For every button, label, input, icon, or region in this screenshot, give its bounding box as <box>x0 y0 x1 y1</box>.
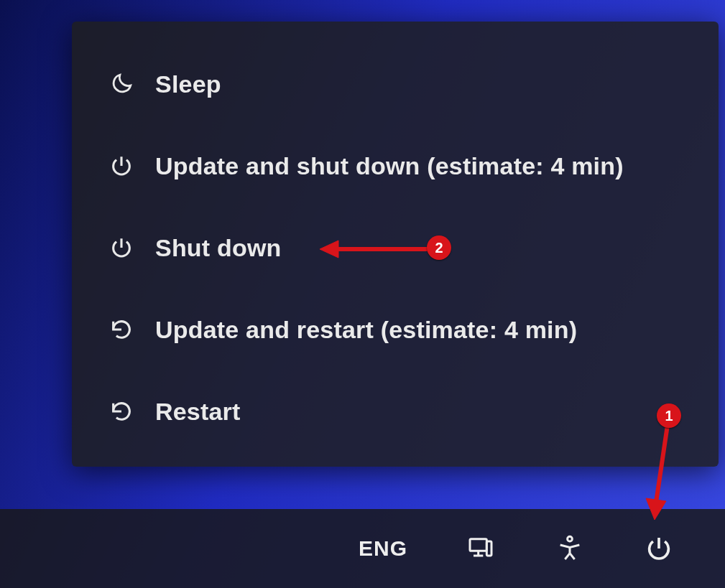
svg-rect-7 <box>486 541 491 556</box>
svg-rect-4 <box>470 539 486 551</box>
power-icon <box>108 234 135 261</box>
power-button-icon[interactable] <box>643 533 675 564</box>
annotation-arrow-2 <box>320 235 435 263</box>
desktop-background: Sleep Update and shut down (estimate: 4 … <box>0 0 725 588</box>
menu-label-shutdown: Shut down <box>155 234 282 262</box>
annotation-badge-2: 2 <box>427 235 451 260</box>
svg-point-8 <box>568 536 573 541</box>
menu-item-restart[interactable]: Restart <box>86 388 704 436</box>
menu-label-update-shutdown: Update and shut down (estimate: 4 min) <box>155 152 624 180</box>
svg-marker-3 <box>646 498 666 520</box>
menu-item-sleep[interactable]: Sleep <box>86 60 704 108</box>
menu-label-restart: Restart <box>155 398 241 426</box>
menu-label-update-restart: Update and restart (estimate: 4 min) <box>155 316 577 344</box>
restart-icon <box>108 316 135 343</box>
language-indicator[interactable]: ENG <box>359 536 407 561</box>
svg-marker-1 <box>320 241 338 258</box>
moon-icon <box>108 70 135 98</box>
svg-line-2 <box>656 425 668 503</box>
power-icon <box>108 152 135 179</box>
menu-label-sleep: Sleep <box>155 70 221 98</box>
annotation-badge-1: 1 <box>657 403 681 428</box>
network-icon[interactable] <box>465 533 497 564</box>
menu-item-update-restart[interactable]: Update and restart (estimate: 4 min) <box>86 306 704 354</box>
annotation-arrow-1 <box>643 419 686 520</box>
menu-item-update-shutdown[interactable]: Update and shut down (estimate: 4 min) <box>86 142 704 190</box>
login-taskbar: ENG <box>0 509 725 588</box>
restart-icon <box>108 398 135 425</box>
accessibility-icon[interactable] <box>554 533 586 564</box>
